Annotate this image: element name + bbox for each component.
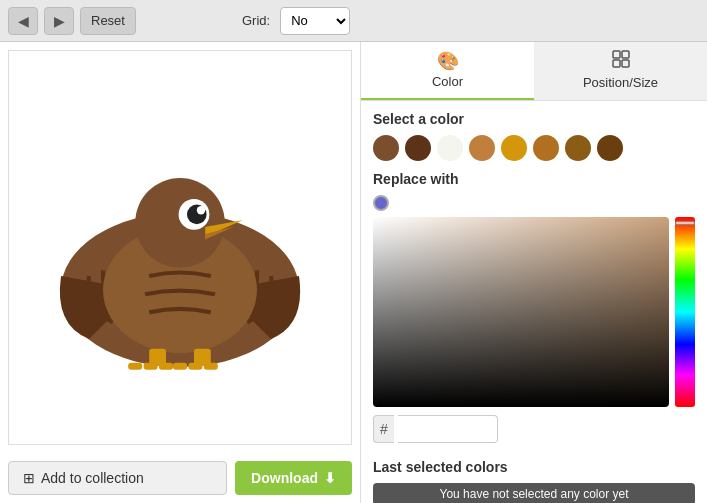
- svg-rect-8: [128, 362, 142, 369]
- back-button[interactable]: ◀: [8, 7, 38, 35]
- hex-input[interactable]: [398, 415, 498, 443]
- select-color-swatch-3[interactable]: [469, 135, 495, 161]
- select-color-swatch-7[interactable]: [597, 135, 623, 161]
- svg-point-5: [197, 206, 205, 214]
- add-collection-label: Add to collection: [41, 470, 144, 486]
- select-color-swatch-2[interactable]: [437, 135, 463, 161]
- grid-label: Grid:: [242, 13, 270, 28]
- svg-rect-13: [204, 362, 218, 369]
- select-color-swatch-5[interactable]: [533, 135, 559, 161]
- download-button[interactable]: Download ⬇: [235, 461, 352, 495]
- svg-rect-15: [622, 51, 629, 58]
- collection-icon: ⊞: [23, 470, 35, 486]
- reset-button[interactable]: Reset: [80, 7, 136, 35]
- last-selected-title: Last selected colors: [373, 459, 695, 475]
- color-tab-label: Color: [432, 74, 463, 89]
- main-content: ⊞ Add to collection Download ⬇ 🎨 Color: [0, 42, 707, 503]
- select-color-swatch-4[interactable]: [501, 135, 527, 161]
- tabs: 🎨 Color Position/Size: [361, 42, 707, 101]
- svg-rect-11: [173, 362, 187, 369]
- tab-position[interactable]: Position/Size: [534, 42, 707, 100]
- svg-rect-12: [188, 362, 202, 369]
- svg-rect-10: [159, 362, 173, 369]
- svg-rect-16: [613, 60, 620, 67]
- hash-label: #: [373, 415, 394, 443]
- add-to-collection-button[interactable]: ⊞ Add to collection: [8, 461, 227, 495]
- select-color-section: Select a color: [361, 101, 707, 171]
- replace-with-title: Replace with: [373, 171, 695, 187]
- toolbar: ◀ ▶ Reset Grid: No Yes: [0, 0, 707, 42]
- position-tab-icon: [612, 50, 630, 73]
- position-tab-label: Position/Size: [583, 75, 658, 90]
- select-color-swatches: [373, 135, 695, 161]
- bird-illustration: [40, 108, 320, 388]
- hue-gradient: [675, 217, 695, 407]
- last-selected-empty-bar: You have not selected any color yet: [373, 483, 695, 503]
- svg-rect-9: [144, 362, 158, 369]
- replace-color-indicator: [373, 195, 389, 211]
- select-color-swatch-6[interactable]: [565, 135, 591, 161]
- hex-input-row: #: [373, 415, 695, 443]
- color-picker-container: [373, 217, 695, 407]
- tab-color[interactable]: 🎨 Color: [361, 42, 534, 100]
- select-color-title: Select a color: [373, 111, 695, 127]
- select-color-swatch-1[interactable]: [405, 135, 431, 161]
- hue-slider[interactable]: [675, 221, 695, 225]
- color-gradient-picker[interactable]: [373, 217, 669, 407]
- download-icon: ⬇: [324, 470, 336, 486]
- hue-bar[interactable]: [675, 217, 695, 407]
- svg-rect-14: [613, 51, 620, 58]
- right-panel: 🎨 Color Position/Size Select a color: [360, 42, 707, 503]
- svg-point-2: [135, 178, 225, 268]
- replace-section: Replace with #: [361, 171, 707, 459]
- bottom-buttons: ⊞ Add to collection Download ⬇: [0, 453, 360, 503]
- grid-select[interactable]: No Yes: [280, 7, 350, 35]
- select-color-swatch-0[interactable]: [373, 135, 399, 161]
- last-selected-section: Last selected colors You have not select…: [361, 459, 707, 503]
- canvas-area: [8, 50, 352, 445]
- left-panel: ⊞ Add to collection Download ⬇: [0, 42, 360, 503]
- color-tab-icon: 🎨: [437, 50, 459, 72]
- download-label: Download: [251, 470, 318, 486]
- svg-rect-17: [622, 60, 629, 67]
- forward-button[interactable]: ▶: [44, 7, 74, 35]
